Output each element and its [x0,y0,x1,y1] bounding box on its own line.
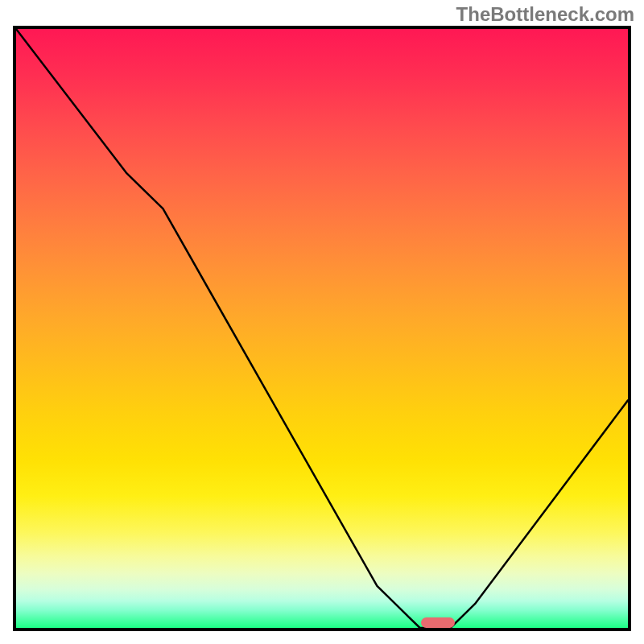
chart-area [13,26,631,631]
minimum-marker-pill [421,617,455,628]
watermark-text: TheBottleneck.com [456,3,634,26]
bottleneck-curve-line [16,29,628,628]
